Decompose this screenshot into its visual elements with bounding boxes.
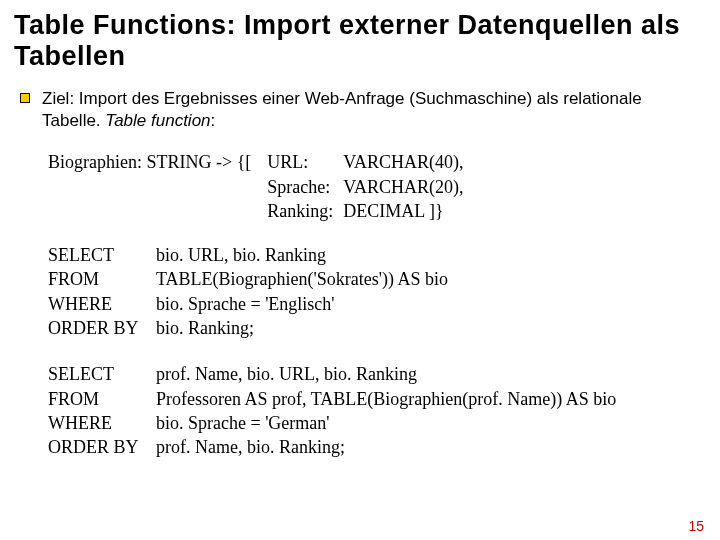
content-indent: Biographien: STRING -> {[ URL: Sprache: … — [48, 150, 702, 459]
sql-keyword-where: WHERE — [48, 292, 156, 316]
signature-block: Biographien: STRING -> {[ URL: Sprache: … — [48, 150, 702, 223]
slide: Table Functions: Import externer Datenqu… — [0, 0, 720, 540]
sql-block-2: SELECT prof. Name, bio. URL, bio. Rankin… — [48, 362, 702, 459]
sql-row: WHERE bio. Sprache = 'Englisch' — [48, 292, 702, 316]
sql-clause: bio. Sprache = 'German' — [156, 411, 330, 435]
sql-block-1: SELECT bio. URL, bio. Ranking FROM TABLE… — [48, 243, 702, 340]
signature-label: URL: — [267, 150, 333, 174]
signature-labels: URL: Sprache: Ranking: — [267, 150, 333, 223]
signature-label: Ranking: — [267, 199, 333, 223]
sql-row: WHERE bio. Sprache = 'German' — [48, 411, 702, 435]
signature-label: Sprache: — [267, 175, 333, 199]
signature-type: VARCHAR(20), — [343, 175, 463, 199]
bullet-item: Ziel: Import des Ergebnisses einer Web-A… — [20, 88, 702, 132]
sql-clause: TABLE(Biographien('Sokrates')) AS bio — [156, 267, 448, 291]
sql-clause: prof. Name, bio. Ranking; — [156, 435, 345, 459]
sql-row: ORDER BY prof. Name, bio. Ranking; — [48, 435, 702, 459]
slide-body: Ziel: Import des Ergebnisses einer Web-A… — [20, 88, 702, 459]
sql-clause: bio. URL, bio. Ranking — [156, 243, 326, 267]
signature-type: DECIMAL ]} — [343, 199, 463, 223]
sql-row: ORDER BY bio. Ranking; — [48, 316, 702, 340]
sql-keyword-where: WHERE — [48, 411, 156, 435]
slide-title: Table Functions: Import externer Datenqu… — [14, 10, 702, 72]
sql-keyword-select: SELECT — [48, 243, 156, 267]
signature-columns: URL: Sprache: Ranking: VARCHAR(40), VARC… — [267, 150, 463, 223]
signature-lhs: Biographien: STRING -> {[ — [48, 150, 251, 174]
sql-row: FROM Professoren AS prof, TABLE(Biograph… — [48, 387, 702, 411]
bullet-colon: : — [211, 111, 216, 130]
sql-keyword-from: FROM — [48, 267, 156, 291]
sql-row: SELECT prof. Name, bio. URL, bio. Rankin… — [48, 362, 702, 386]
sql-row: SELECT bio. URL, bio. Ranking — [48, 243, 702, 267]
sql-keyword-orderby: ORDER BY — [48, 316, 156, 340]
sql-clause: bio. Ranking; — [156, 316, 254, 340]
bullet-tablefunction: Table function — [105, 111, 210, 130]
sql-clause: prof. Name, bio. URL, bio. Ranking — [156, 362, 417, 386]
bullet-square-icon — [20, 93, 30, 103]
signature-types: VARCHAR(40), VARCHAR(20), DECIMAL ]} — [343, 150, 463, 223]
signature-type: VARCHAR(40), — [343, 150, 463, 174]
page-number: 15 — [688, 518, 704, 534]
sql-clause: Professoren AS prof, TABLE(Biographien(p… — [156, 387, 616, 411]
signature-row: Biographien: STRING -> {[ URL: Sprache: … — [48, 150, 702, 223]
sql-clause: bio. Sprache = 'Englisch' — [156, 292, 335, 316]
sql-keyword-select: SELECT — [48, 362, 156, 386]
sql-keyword-from: FROM — [48, 387, 156, 411]
bullet-text: Ziel: Import des Ergebnisses einer Web-A… — [42, 88, 702, 132]
sql-keyword-orderby: ORDER BY — [48, 435, 156, 459]
sql-row: FROM TABLE(Biographien('Sokrates')) AS b… — [48, 267, 702, 291]
